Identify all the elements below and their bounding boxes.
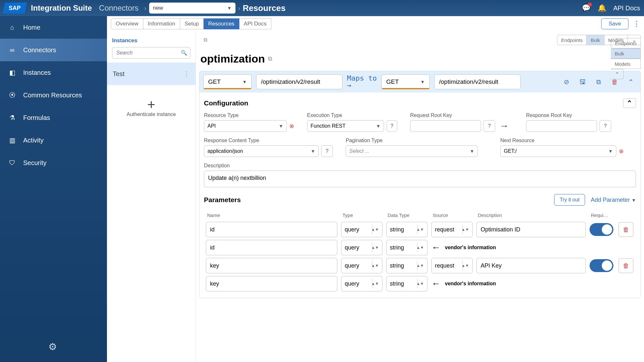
connectors-icon: ∞	[7, 45, 17, 55]
top-right: 💬 🔔 API Docs	[582, 4, 640, 12]
select-pagination[interactable]: Select ...▼	[346, 145, 478, 157]
copy-endpoint-icon[interactable]: ⧉	[593, 76, 604, 88]
field-pagination: Pagination Type Select ...▼	[346, 138, 487, 157]
param-delete-button[interactable]: 🗑	[619, 222, 633, 237]
more-menu-button[interactable]: ⋮	[633, 20, 640, 28]
select-execution-type[interactable]: Function REST▼	[307, 120, 384, 132]
instance-item-test[interactable]: Test ⋮	[107, 63, 196, 85]
crumb-select[interactable]: new ▼	[149, 3, 235, 14]
label-resource-type: Resource Type	[204, 113, 294, 118]
chevron-down-icon: ▼	[376, 123, 380, 129]
instance-menu-icon[interactable]: ⋮	[183, 70, 190, 78]
sidebar-label-activity: Activity	[23, 137, 43, 144]
add-parameter-button[interactable]: Add Parameter ▼	[591, 197, 636, 203]
param-row: id query▲▼ string▲▼ request▲▼ Optimisati…	[204, 220, 636, 239]
vendor-type-select[interactable]: query▲▼	[341, 276, 382, 291]
tab-resources[interactable]: Resources	[204, 18, 239, 29]
input-response-root[interactable]	[526, 120, 597, 132]
help-execution-type-icon[interactable]: ?	[387, 120, 397, 132]
pill-bulk-upper[interactable]: Bulk	[587, 35, 604, 45]
chat-icon[interactable]: 💬	[582, 4, 591, 12]
param-delete-button[interactable]: 🗑	[619, 258, 633, 273]
sidebar-item-activity[interactable]: ▥Activity	[0, 129, 107, 152]
endpoint-card: GET▼ /optimization/v2/result Maps to→ GE…	[199, 71, 641, 298]
param-source-select[interactable]: request▲▼	[431, 258, 473, 273]
save-button[interactable]: Save	[601, 18, 629, 29]
chevron-down-icon: ▼	[311, 149, 315, 154]
copy-icon[interactable]: ⧉	[204, 37, 207, 43]
value-execution-type: Function REST	[311, 123, 345, 129]
sidebar-item-security[interactable]: 🛡Security	[0, 152, 107, 174]
delete-endpoint-icon[interactable]: 🗑	[609, 76, 620, 88]
sidebar-item-common-resources[interactable]: ⦿Common Resources	[0, 84, 107, 106]
sidebar-item-instances[interactable]: ◧Instances	[0, 61, 107, 84]
param-name-input[interactable]: key	[206, 258, 337, 273]
param-dtype-select[interactable]: string▲▼	[386, 258, 428, 273]
param-name-input[interactable]: id	[206, 222, 337, 237]
left-path-input[interactable]: /optimization/v2/result	[256, 74, 342, 89]
param-dtype-select[interactable]: string▲▼	[386, 222, 428, 237]
bell-icon[interactable]: 🔔	[598, 4, 606, 12]
instances-title: Instances	[107, 32, 196, 47]
formulas-icon: ⚗	[7, 113, 17, 123]
clear-resource-type-icon[interactable]: ⊗	[289, 122, 294, 130]
sidebar-item-connectors[interactable]: ∞Connectors	[0, 39, 107, 61]
vendor-dtype-select[interactable]: string▲▼	[386, 240, 428, 255]
collapse-endpoint-icon[interactable]: ⌃	[625, 76, 637, 88]
tab-information[interactable]: Information	[143, 18, 180, 29]
pill-endpoints-lower[interactable]: Endpoints	[611, 38, 641, 48]
help-request-root-icon[interactable]: ?	[484, 120, 495, 132]
try-it-out-button[interactable]: Try it out	[554, 194, 585, 206]
sidebar-label-formulas: Formulas	[23, 114, 50, 122]
pill-endpoints-upper[interactable]: Endpoints	[557, 35, 587, 45]
copy-title-icon[interactable]: ⧉	[268, 55, 272, 62]
right-verb-select[interactable]: GET▼	[381, 74, 430, 89]
crumb-connectors[interactable]: Connectors	[99, 4, 139, 13]
sidebar-item-home[interactable]: ⌂Home	[0, 16, 107, 39]
param-source-select[interactable]: request▲▼	[431, 222, 473, 237]
help-response-content-icon[interactable]: ?	[321, 145, 333, 157]
select-next-resource[interactable]: GET:/▼	[500, 145, 616, 157]
pill-models-lower[interactable]: Models	[611, 59, 641, 69]
select-response-content[interactable]: application/json▼	[204, 145, 319, 157]
right-path-input[interactable]: /optimization/v2/result	[434, 74, 521, 89]
instances-search-input[interactable]	[112, 47, 190, 59]
tab-overview[interactable]: Overview	[111, 18, 143, 29]
vendor-name-input[interactable]: id	[206, 240, 337, 255]
sidebar-label-common: Common Resources	[23, 92, 82, 99]
help-response-root-icon[interactable]: ?	[600, 120, 611, 132]
sidebar-label-connectors: Connectors	[23, 46, 56, 54]
left-rail: ⌂Home ∞Connectors ◧Instances ⦿Common Res…	[0, 16, 107, 362]
tab-setup[interactable]: Setup	[180, 18, 204, 29]
field-response-root: Response Root Key ?	[526, 113, 629, 132]
param-type-select[interactable]: query▲▼	[341, 258, 382, 273]
pill-bulk-lower[interactable]: Bulk	[611, 48, 641, 59]
col-name: Name	[204, 210, 339, 220]
textarea-description[interactable]: Update a(n) nextbillion	[204, 171, 636, 187]
col-desc: Description	[475, 210, 588, 220]
param-desc-input[interactable]: API Key	[476, 258, 586, 273]
parameters-title: Parameters	[204, 196, 241, 204]
common-resources-icon: ⦿	[7, 90, 17, 100]
input-request-root[interactable]	[410, 120, 481, 132]
vendor-type-select[interactable]: query▲▼	[341, 240, 382, 255]
param-type-select[interactable]: query▲▼	[341, 222, 382, 237]
gear-icon[interactable]: ⚙	[48, 341, 57, 352]
param-required-toggle[interactable]	[590, 259, 613, 272]
value-resource-type: API	[207, 123, 216, 129]
select-resource-type[interactable]: API▼	[204, 120, 287, 132]
config-collapse-button[interactable]: ⌃	[623, 98, 636, 108]
param-desc-input[interactable]: Optimisation ID	[476, 222, 586, 237]
clear-next-resource-icon[interactable]: ⊗	[619, 148, 624, 155]
left-verb-select[interactable]: GET▼	[203, 74, 252, 89]
authenticate-instance-button[interactable]: + Authenticate instance	[107, 98, 196, 117]
save-endpoint-icon[interactable]: 🖫	[577, 76, 588, 88]
vendor-name-input[interactable]: key	[206, 276, 337, 291]
chevron-down-icon: ▼	[631, 198, 636, 203]
vendor-dtype-select[interactable]: string▲▼	[386, 276, 428, 291]
sidebar-item-formulas[interactable]: ⚗Formulas	[0, 106, 107, 129]
api-docs-link[interactable]: API Docs	[613, 5, 640, 12]
tab-apidocs[interactable]: API Docs	[239, 18, 272, 29]
param-required-toggle[interactable]	[590, 223, 613, 236]
cancel-endpoint-icon[interactable]: ⊘	[561, 76, 572, 88]
